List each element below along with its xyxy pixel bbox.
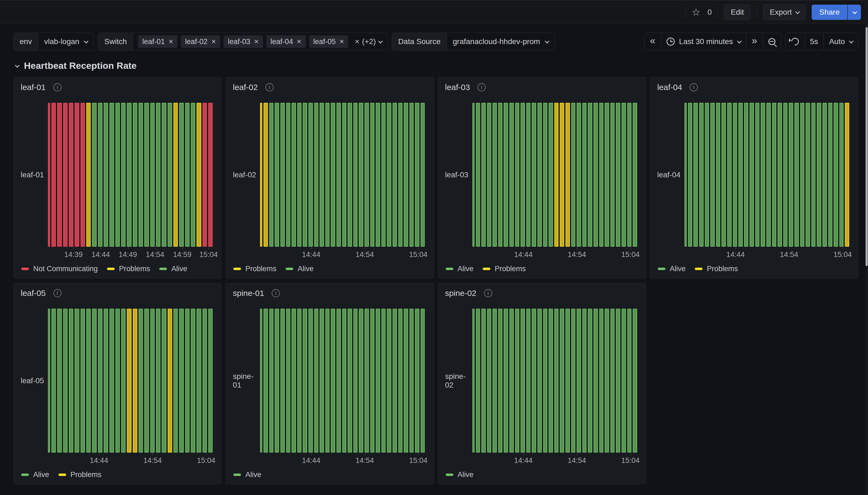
status-bar-alive[interactable] <box>69 309 73 453</box>
status-bar-alive[interactable] <box>588 103 592 247</box>
close-icon[interactable] <box>211 37 216 46</box>
scrollbar[interactable] <box>866 0 868 495</box>
status-bar-alive[interactable] <box>179 309 183 453</box>
status-bar-alive[interactable] <box>264 309 268 453</box>
status-bar-not-communicating[interactable] <box>81 103 85 247</box>
switch-tag[interactable]: leaf-01 <box>138 35 178 48</box>
status-bar-alive[interactable] <box>325 309 330 453</box>
status-bar-alive[interactable] <box>828 103 833 247</box>
legend-item[interactable]: Alive <box>21 471 49 479</box>
status-bar-alive[interactable] <box>504 309 508 453</box>
status-bar-alive[interactable] <box>795 103 799 247</box>
status-bar-alive[interactable] <box>685 103 687 247</box>
close-icon[interactable] <box>168 37 173 46</box>
info-icon[interactable] <box>265 83 274 91</box>
status-bar-alive[interactable] <box>269 103 274 247</box>
status-bar-alive[interactable] <box>309 103 313 247</box>
status-bar-alive[interactable] <box>738 103 743 247</box>
status-bar-alive[interactable] <box>138 103 143 247</box>
status-bar-alive[interactable] <box>297 103 302 247</box>
status-bar-problems[interactable] <box>260 103 262 247</box>
info-icon[interactable] <box>478 83 486 91</box>
status-bar-alive[interactable] <box>297 309 302 453</box>
status-bar-alive[interactable] <box>421 309 425 453</box>
status-bar-alive[interactable] <box>543 309 547 453</box>
status-bar-alive[interactable] <box>789 103 793 247</box>
status-bar-alive[interactable] <box>331 309 335 453</box>
status-bar-alive[interactable] <box>121 103 126 247</box>
refresh-mode-picker[interactable]: Auto <box>823 33 858 50</box>
status-bar-alive[interactable] <box>275 309 279 453</box>
status-bar-alive[interactable] <box>359 103 363 247</box>
status-bar-alive[interactable] <box>839 103 844 247</box>
status-bar-alive[interactable] <box>92 309 96 453</box>
status-bar-alive[interactable] <box>364 103 369 247</box>
status-bar-alive[interactable] <box>532 309 536 453</box>
status-bar-alive[interactable] <box>104 103 108 247</box>
status-bar-alive[interactable] <box>179 103 183 247</box>
info-icon[interactable] <box>53 83 62 91</box>
legend-item[interactable]: Problems <box>483 264 526 273</box>
status-bar-alive[interactable] <box>138 309 143 453</box>
status-bar-problems[interactable] <box>264 103 268 247</box>
status-bar-alive[interactable] <box>127 103 131 247</box>
status-bar-alive[interactable] <box>303 309 307 453</box>
status-bar-alive[interactable] <box>767 103 771 247</box>
share-button[interactable]: Share <box>812 5 847 20</box>
status-bar-alive[interactable] <box>800 103 805 247</box>
status-bar-alive[interactable] <box>577 103 581 247</box>
status-bar-alive[interactable] <box>404 103 408 247</box>
time-shift-back-button[interactable]: « <box>644 33 661 50</box>
status-bar-alive[interactable] <box>487 103 491 247</box>
status-bar-alive[interactable] <box>309 309 313 453</box>
status-bar-alive[interactable] <box>280 309 285 453</box>
status-bar-alive[interactable] <box>381 103 386 247</box>
status-bar-alive[interactable] <box>481 103 486 247</box>
legend-item[interactable]: Not Communicating <box>21 264 98 273</box>
status-bar-alive[interactable] <box>409 103 414 247</box>
panel-title[interactable]: leaf-04 <box>657 83 682 92</box>
panel-header[interactable]: spine-02 <box>444 286 640 300</box>
status-bar-alive[interactable] <box>314 103 318 247</box>
status-bar-alive[interactable] <box>721 103 726 247</box>
status-bar-alive[interactable] <box>622 309 626 453</box>
status-bar-not-communicating[interactable] <box>208 103 213 247</box>
time-zoom-out-button[interactable] <box>763 33 781 50</box>
panel-title[interactable]: leaf-05 <box>21 289 46 298</box>
status-bar-alive[interactable] <box>63 309 67 453</box>
refresh-interval-value[interactable]: 5s <box>804 33 824 50</box>
switch-tag[interactable]: leaf-04 <box>266 35 306 48</box>
status-bar-alive[interactable] <box>554 309 559 453</box>
status-bar-alive[interactable] <box>275 103 279 247</box>
status-bar-alive[interactable] <box>348 309 352 453</box>
status-bar-alive[interactable] <box>593 103 598 247</box>
status-bar-alive[interactable] <box>777 103 782 247</box>
switch-overflow-toggle[interactable]: (+2) <box>353 33 387 50</box>
status-bar-alive[interactable] <box>387 309 391 453</box>
status-bar-alive[interactable] <box>393 309 397 453</box>
close-icon[interactable] <box>254 37 258 46</box>
status-bar-alive[interactable] <box>398 103 403 247</box>
legend-item[interactable]: Problems <box>107 264 150 273</box>
status-bar-alive[interactable] <box>191 309 195 453</box>
time-shift-forward-button[interactable]: » <box>746 33 763 50</box>
status-bar-alive[interactable] <box>292 103 296 247</box>
status-bar-alive[interactable] <box>599 103 604 247</box>
legend-item[interactable]: Problems <box>695 264 738 273</box>
status-bar-alive[interactable] <box>610 103 615 247</box>
legend-item[interactable]: Problems <box>59 471 101 479</box>
status-bar-alive[interactable] <box>381 309 386 453</box>
status-bar-alive[interactable] <box>526 309 531 453</box>
status-bar-alive[interactable] <box>744 103 749 247</box>
status-bar-alive[interactable] <box>493 103 497 247</box>
status-bar-alive[interactable] <box>583 103 587 247</box>
status-bar-alive[interactable] <box>699 103 704 247</box>
status-bar-alive[interactable] <box>716 103 720 247</box>
status-bar-alive[interactable] <box>354 103 358 247</box>
status-bar-alive[interactable] <box>733 103 737 247</box>
status-bar-alive[interactable] <box>521 309 525 453</box>
status-bar-not-communicating[interactable] <box>51 103 56 247</box>
status-bar-alive[interactable] <box>588 309 592 453</box>
status-bar-alive[interactable] <box>133 103 137 247</box>
status-bar-alive[interactable] <box>144 103 149 247</box>
